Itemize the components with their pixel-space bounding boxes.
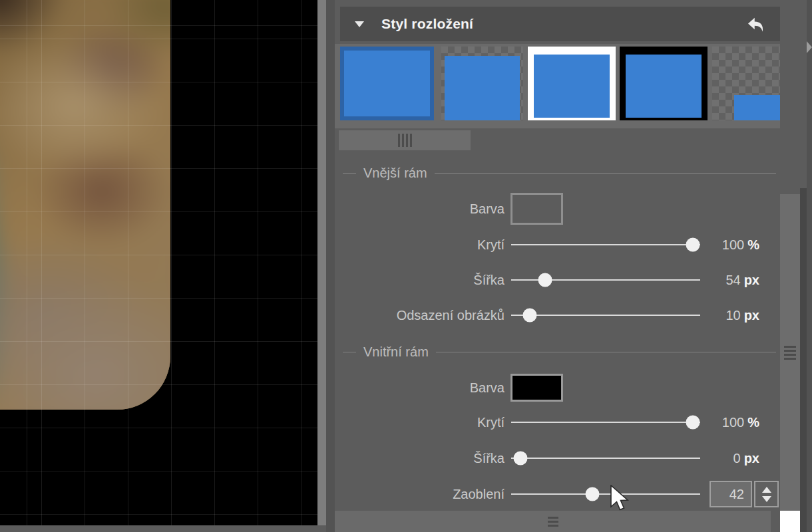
style-thumbnail-black-border[interactable]	[620, 47, 708, 120]
inner-opacity-slider[interactable]	[511, 422, 700, 423]
image-offset-label: Odsazení obrázků	[397, 308, 505, 323]
image-offset-slider[interactable]	[511, 315, 700, 316]
slider-thumb[interactable]	[538, 273, 552, 287]
row-outer-opacity: Krytí 100%	[335, 231, 780, 258]
style-thumbnail-transparent-border[interactable]	[441, 47, 523, 120]
spin-up-icon[interactable]	[762, 487, 771, 493]
inner-color-label: Barva	[470, 380, 505, 396]
photo-preview	[0, 0, 170, 410]
right-rail	[780, 0, 812, 532]
photo-blur-paint	[0, 0, 170, 410]
thumbnail-image-area	[626, 55, 702, 118]
image-preview-canvas[interactable]	[0, 0, 317, 532]
row-inner-width: Šířka 0px	[335, 445, 780, 471]
outer-width-label: Šířka	[473, 273, 505, 288]
inner-width-label: Šířka	[473, 451, 505, 466]
panel-header[interactable]: Styl rozložení	[340, 7, 780, 41]
slider-thumb[interactable]	[686, 238, 700, 252]
slider-thumb[interactable]	[686, 416, 700, 430]
rounding-input[interactable]: 42	[710, 481, 752, 507]
inner-width-value: 0px	[733, 451, 759, 466]
thumbnail-image-area	[734, 95, 780, 120]
style-thumbnail-offset-layout[interactable]	[712, 47, 780, 120]
outer-color-label: Barva	[470, 201, 505, 217]
reset-button[interactable]	[745, 14, 765, 34]
slider-thumb[interactable]	[586, 487, 600, 501]
mouse-cursor	[610, 485, 630, 517]
panel-splitter[interactable]	[317, 0, 326, 525]
thumbnails-scrollbar-thumb[interactable]	[339, 130, 471, 150]
layout-style-thumbnails	[335, 44, 780, 128]
outer-opacity-value: 100%	[722, 237, 759, 253]
panel-collapse-arrow-icon[interactable]	[807, 41, 812, 53]
slider-thumb[interactable]	[523, 309, 537, 323]
outer-width-slider[interactable]	[511, 279, 700, 281]
scrollbar-corner	[780, 511, 800, 532]
section-title: Vnější rám	[363, 166, 427, 181]
undo-arrow-icon	[745, 14, 765, 34]
section-header-inner-frame: Vnitřní rám	[343, 343, 776, 360]
vertical-scrollbar-thumb[interactable]	[780, 194, 800, 511]
outer-opacity-slider[interactable]	[511, 244, 700, 245]
row-inner-opacity: Krytí 100%	[335, 409, 780, 436]
app-window: Styl rozložení	[0, 0, 812, 532]
thumbnail-image-area	[445, 56, 520, 120]
rounding-spinner[interactable]	[754, 481, 779, 507]
outer-width-value: 54px	[725, 273, 759, 288]
scrollbar-track-gap	[800, 188, 807, 532]
outer-opacity-label: Krytí	[477, 237, 505, 253]
window-edge	[807, 0, 812, 532]
canvas-bottom-strip	[0, 525, 317, 532]
style-thumbnail-plain-selected[interactable]	[340, 47, 434, 120]
style-thumbnail-white-border[interactable]	[528, 47, 616, 120]
inner-width-slider[interactable]	[511, 458, 700, 459]
panel-title: Styl rozložení	[381, 16, 473, 32]
thumbnail-image-area	[534, 55, 610, 118]
rounding-label: Zaoblení	[453, 487, 505, 502]
section-title: Vnitřní rám	[363, 344, 429, 360]
inner-color-swatch[interactable]	[510, 374, 563, 402]
slider-thumb[interactable]	[514, 452, 528, 466]
row-image-offset: Odsazení obrázků 10px	[335, 302, 780, 329]
section-header-outer-frame: Vnější rám	[343, 164, 776, 182]
spin-down-icon[interactable]	[762, 496, 771, 502]
chevron-down-icon[interactable]	[355, 21, 364, 27]
image-offset-value: 10px	[725, 308, 759, 323]
inner-opacity-value: 100%	[722, 415, 759, 430]
row-outer-width: Šířka 54px	[335, 267, 780, 293]
rounding-slider[interactable]	[511, 493, 700, 495]
layout-style-panel: Styl rozložení	[335, 0, 780, 532]
bottom-splitter-bar[interactable]	[335, 511, 771, 532]
panel-splitter-shadow	[326, 0, 335, 532]
inner-opacity-label: Krytí	[477, 415, 505, 430]
outer-color-swatch[interactable]	[510, 193, 563, 225]
